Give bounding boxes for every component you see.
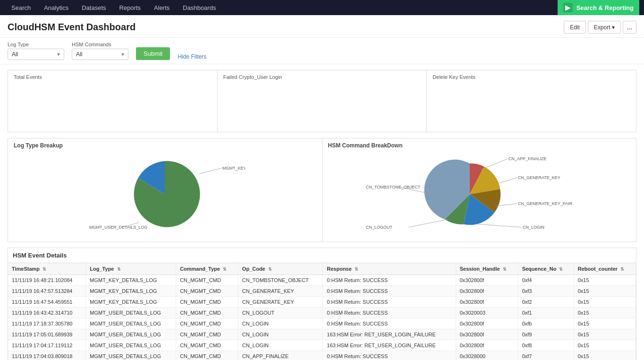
table-cell: 0x302800f xyxy=(456,286,518,297)
table-cell: MGMT_KEY_DETAILS_LOG xyxy=(86,275,176,286)
table-cell: CN_MGMT_CMD xyxy=(176,308,238,318)
log-type-filter: Log Type All ▾ xyxy=(8,42,64,60)
pie-label-mgmt-key: MGMT_KEY_DETAILS_LOG xyxy=(222,166,245,171)
table-cell: 0x302800f xyxy=(456,329,518,340)
nav-analytics[interactable]: Analytics xyxy=(37,0,75,15)
col-sequence-no[interactable]: Sequence_No ⇅ xyxy=(518,263,574,275)
table-cell: CN_GENERATE_KEY xyxy=(238,286,322,297)
table-cell: 0:HSM Return: SUCCESS xyxy=(323,275,456,286)
col-reboot-counter[interactable]: Reboot_counter ⇅ xyxy=(574,263,636,275)
metric-total-events-box: 25 Total HSM Events xyxy=(14,82,212,130)
filters-row: Log Type All ▾ HSM Commands All ▾ Submit… xyxy=(0,38,644,64)
search-reporting-icon: ▶ xyxy=(563,3,573,12)
table-cell: 11/11/19 16:47:57.513284 xyxy=(8,286,86,297)
edit-button[interactable]: Edit xyxy=(564,21,586,34)
table-cell: CN_LOGIN xyxy=(238,340,322,351)
table-cell: 11/11/19 17:04:17.119112 xyxy=(8,340,86,351)
col-session-handle[interactable]: Session_Handle ⇅ xyxy=(456,263,518,275)
table-row: 11/11/19 17:05:01.689939MGMT_USER_DETAIL… xyxy=(8,329,636,340)
table-cell: 0xf2 xyxy=(518,297,574,308)
table-cell: CN_LOGIN xyxy=(238,329,322,340)
pie-label-cn-generate-key-pair: CN_GENERATE_KEY_PAIR xyxy=(518,201,573,206)
svg-line-6 xyxy=(408,219,449,227)
table-cell: 0:HSM Return: SUCCESS xyxy=(323,318,456,329)
table-cell: 0x302800f xyxy=(456,318,518,329)
metric-failed-login-label: Failed Crypto_User Login xyxy=(223,74,421,80)
table-row: 11/11/19 16:43:42.314710MGMT_USER_DETAIL… xyxy=(8,308,636,318)
pie-label-cn-login: CN_LOGIN xyxy=(523,225,544,230)
table-cell: 0xf1 xyxy=(518,308,574,318)
table-cell: 0x15 xyxy=(574,286,636,297)
table-cell: MGMT_KEY_DETAILS_LOG xyxy=(86,286,176,297)
table-cell: CN_MGMT_CMD xyxy=(176,297,238,308)
table-row: 11/11/19 16:47:54.459551MGMT_KEY_DETAILS… xyxy=(8,297,636,308)
sort-icon-timestamp: ⇅ xyxy=(42,267,46,272)
sort-icon-opcode: ⇅ xyxy=(268,267,272,272)
table-cell: 0:HSM Return: SUCCESS xyxy=(323,297,456,308)
main-content: CloudHSM Event Dashboard Edit Export ▾ .… xyxy=(0,15,644,360)
metric-delete-key-sublabel: Total Delete Key Events xyxy=(504,119,559,124)
table-row: 11/11/19 16:47:57.513284MGMT_KEY_DETAILS… xyxy=(8,286,636,297)
search-reporting-button[interactable]: ▶ Search & Reporting xyxy=(558,0,639,15)
col-timestamp[interactable]: TimeStamp ⇅ xyxy=(8,263,86,275)
svg-line-5 xyxy=(475,224,522,227)
nav-alerts[interactable]: Alerts xyxy=(147,0,176,15)
col-command-type[interactable]: Command_Type ⇅ xyxy=(176,263,238,275)
table-cell: 163:HSM Error: RET_USER_LOGIN_FAILURE xyxy=(323,329,456,340)
nav-items: Search Analytics Datasets Reports Alerts… xyxy=(5,0,558,15)
table-cell: CN_MGMT_CMD xyxy=(176,329,238,340)
col-op-code[interactable]: Op_Code ⇅ xyxy=(238,263,322,275)
sort-icon-reboot: ⇅ xyxy=(620,267,624,272)
hsm-event-table: TimeStamp ⇅ Log_Type ⇅ Command_Type ⇅ Op… xyxy=(8,263,636,360)
hsm-command-chart-title: HSM Command BreakDown xyxy=(328,142,631,149)
nav-reports[interactable]: Reports xyxy=(113,0,148,15)
pie-label-mgmt-user: MGMT_USER_DETAILS_LOG xyxy=(89,225,147,230)
col-log-type[interactable]: Log_Type ⇅ xyxy=(86,263,176,275)
more-options-button[interactable]: ... xyxy=(623,21,636,34)
sort-icon-response: ⇅ xyxy=(355,267,358,272)
search-reporting-label: Search & Reporting xyxy=(576,4,634,11)
table-cell: CN_MGMT_CMD xyxy=(176,318,238,329)
log-type-chart-title: Log Type Breakup xyxy=(14,142,316,149)
top-nav: Search Analytics Datasets Reports Alerts… xyxy=(0,0,644,15)
table-cell: 0x3028000 xyxy=(456,351,518,360)
table-cell: CN_MGMT_CMD xyxy=(176,340,238,351)
table-cell: CN_LOGOUT xyxy=(238,308,322,318)
hide-filters-button[interactable]: Hide Filters xyxy=(178,53,206,60)
hsm-command-chart-area: CN_APP_FINALIZE CN_GENERATE_KEY CN_GENER… xyxy=(328,152,631,237)
table-cell: CN_MGMT_CMD xyxy=(176,286,238,297)
table-cell: CN_MGMT_CMD xyxy=(176,351,238,360)
table-row: 11/11/19 17:04:03.809018MGMT_USER_DETAIL… xyxy=(8,351,636,360)
table-cell: 0:HSM Return: SUCCESS xyxy=(323,351,456,360)
hsm-event-details-section: HSM Event Details TimeStamp ⇅ Log_Type ⇅… xyxy=(8,248,636,360)
svg-line-0 xyxy=(199,168,221,174)
metric-delete-key-box: 0 Total Delete Key Events xyxy=(432,82,630,130)
table-cell: CN_MGMT_CMD xyxy=(176,275,238,286)
table-cell: 0x15 xyxy=(574,318,636,329)
table-cell: 11/11/19 17:05:01.689939 xyxy=(8,329,86,340)
pie-label-cn-generate-key: CN_GENERATE_KEY xyxy=(518,175,560,180)
metric-failed-login-sublabel: Failed Crypto_User Login xyxy=(293,119,352,124)
nav-datasets[interactable]: Datasets xyxy=(75,0,112,15)
table-row: 11/11/19 16:48:21.102084MGMT_KEY_DETAILS… xyxy=(8,275,636,286)
table-cell: 0x15 xyxy=(574,351,636,360)
table-cell: 0xf7 xyxy=(518,351,574,360)
hsm-commands-filter: HSM Commands All ▾ xyxy=(72,42,128,60)
chevron-down-icon: ▾ xyxy=(57,51,60,58)
col-response[interactable]: Response ⇅ xyxy=(323,263,456,275)
table-cell: 0x302800f xyxy=(456,297,518,308)
table-cell: 0xf3 xyxy=(518,286,574,297)
metric-delete-key-label: Delete Key Events xyxy=(432,74,630,80)
table-cell: 11/11/19 17:18:37.305780 xyxy=(8,318,86,329)
hsm-commands-select[interactable]: All ▾ xyxy=(72,49,128,60)
submit-button[interactable]: Submit xyxy=(136,47,170,60)
nav-dashboards[interactable]: Dashboards xyxy=(176,0,222,15)
table-cell: 0:HSM Return: SUCCESS xyxy=(323,286,456,297)
export-button[interactable]: Export ▾ xyxy=(588,21,621,34)
nav-search[interactable]: Search xyxy=(5,0,37,15)
log-type-select[interactable]: All ▾ xyxy=(8,49,64,60)
pie-label-cn-app-finalize: CN_APP_FINALIZE xyxy=(508,156,547,161)
metric-delete-key: Delete Key Events 0 Total Delete Key Eve… xyxy=(427,70,636,132)
sort-icon-session: ⇅ xyxy=(503,267,507,272)
table-header: TimeStamp ⇅ Log_Type ⇅ Command_Type ⇅ Op… xyxy=(8,263,636,275)
